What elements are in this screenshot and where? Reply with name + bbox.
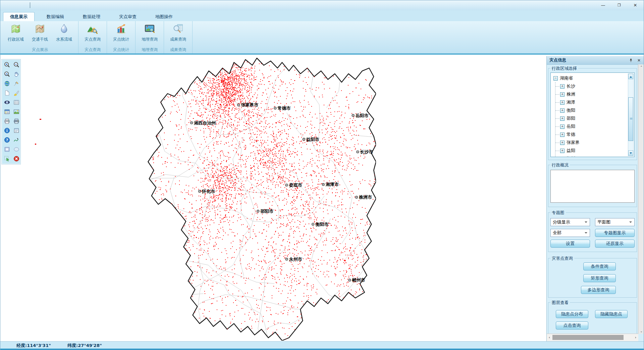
hazard-distribution-button[interactable]: 隐患点分布 [556,310,588,318]
expand-icon[interactable]: + [560,157,565,157]
expand-icon[interactable]: + [560,108,565,113]
tool-eye-icon[interactable] [3,98,11,106]
panel-horizontal-scrollbar[interactable]: ‹ › [547,334,638,341]
titlebar-caret [30,2,30,8]
tool-attribute-table-icon[interactable] [12,98,20,106]
pin-icon[interactable] [628,58,634,63]
svg-text:邵阳市: 邵阳市 [260,209,273,214]
panel-close-icon[interactable]: ✕ [636,58,642,63]
ribbon-button-label: 行政区域 [8,37,24,42]
level-display-select[interactable]: 分级显示 [550,218,590,226]
tool-full-extent-globe-icon[interactable] [3,80,11,88]
result-query-icon [172,23,184,35]
ribbon-button-geo-query[interactable]: 地理查询 [138,22,162,47]
tree-item[interactable]: +岳阳 [555,122,634,131]
rect-query-button[interactable]: 矩形查询 [583,274,616,282]
tool-help-icon[interactable]: ? [3,136,11,144]
tool-zoom-out-icon[interactable] [12,61,20,69]
expand-icon[interactable]: + [560,141,565,145]
hide-hazard-button[interactable]: 隐藏隐患点 [595,310,628,318]
tool-select-arrow-icon[interactable] [3,155,11,163]
expand-icon[interactable]: + [560,84,565,89]
tool-print-preview-icon[interactable] [12,117,20,125]
tree-item-label: 张家界 [567,140,580,146]
ribbon-button-disaster-query[interactable]: 灾点查询 [80,22,105,47]
hscroll-thumb[interactable] [552,335,624,340]
tab-4[interactable]: 灾点审查 [112,12,143,21]
stray-point [35,144,36,145]
panel-title: 灾点信息 [549,57,566,63]
tree-item[interactable]: +张家界 [555,139,634,147]
click-query-button[interactable]: 点击查询 [556,321,588,330]
expand-icon[interactable]: + [560,124,565,129]
tool-pan-hand-icon[interactable] [12,70,20,78]
tree-item[interactable]: +邵阳 [555,114,634,122]
scroll-up-icon[interactable]: ⌃ [638,64,644,70]
panel-vertical-scrollbar[interactable]: ⌃ ⌄ [638,64,644,334]
tree-item-root[interactable]: −湖南省 [553,74,634,82]
map-canvas[interactable]: 张家界市 常德市 岳阳市 湘西自治州 益阳市 长沙市 娄底市 湘潭市 怀化市 [0,56,546,341]
expand-icon[interactable]: + [560,149,565,153]
scroll-right-icon[interactable]: › [633,334,638,341]
hunan-province-map[interactable]: 张家界市 常德市 岳阳市 湘西自治州 益阳市 长沙市 娄底市 湘潭市 怀化市 [147,57,376,341]
tool-brush-icon[interactable] [12,89,20,97]
ribbon-group-label: 灾点查询 [80,47,105,53]
ribbon-button-admin-region-map[interactable]: 行政区域 [4,22,28,47]
condition-query-button[interactable]: 条件查询 [583,262,616,270]
tree-item-label: 衡阳 [567,107,575,113]
ribbon-button-traffic-map[interactable]: 交通干线 [28,22,52,47]
close-button[interactable]: ✕ [632,1,639,9]
tool-frame-icon[interactable] [3,145,11,153]
tool-document-window-icon[interactable] [12,127,20,135]
expand-icon[interactable]: + [560,100,565,105]
tab-1[interactable]: 信息展示 [3,12,35,21]
ribbon-button-result-query[interactable]: 成果查询 [166,22,190,47]
tree-item[interactable]: +长沙 [555,82,634,90]
tool-map-image-icon[interactable] [12,108,20,116]
maximize-button[interactable]: ❐ [615,1,623,9]
expand-icon[interactable]: + [560,133,565,137]
tool-ellipse-icon[interactable] [12,145,20,153]
restore-display-button[interactable]: 还原显示 [595,240,635,248]
tool-blank-page-icon[interactable] [3,89,11,97]
minimize-button[interactable]: — [599,1,607,9]
tree-item[interactable]: +常德 [555,131,634,139]
scope-select[interactable]: 全部 [550,229,590,237]
tree-item[interactable]: +衡阳 [555,106,634,114]
region-select-section: 行政区域选择 −湖南省 ▲ ▼ +长沙+株洲+湘潭+衡阳+邵阳+岳阳+常德+张家… [548,68,637,160]
status-bar: 经度:114°3'31" 纬度:27°49'28" [0,341,644,349]
region-tree[interactable]: −湖南省 ▲ ▼ +长沙+株洲+湘潭+衡阳+邵阳+岳阳+常德+张家界+益阳+郴州 [550,72,635,157]
collapse-icon[interactable]: − [553,76,558,81]
tool-zoom-extent-icon[interactable]: ± [3,70,11,78]
scroll-left-icon[interactable]: ‹ [547,334,552,341]
tree-item[interactable]: +湘潭 [555,98,634,106]
tool-zoom-in-icon[interactable] [3,61,11,69]
tab-5[interactable]: 地图操作 [149,12,179,21]
ribbon-button-disaster-stats[interactable]: 灾点统计 [109,22,133,47]
panel-body: 行政区域选择 −湖南省 ▲ ▼ +长沙+株洲+湘潭+衡阳+邵阳+岳阳+常德+张家… [548,66,637,334]
scroll-down-icon[interactable]: ⌄ [638,329,644,334]
tool-legend-window-icon[interactable] [3,108,11,116]
polygon-query-button[interactable]: 多边形查询 [581,286,616,294]
tool-measure-pencil-icon[interactable] [12,80,20,88]
tab-3[interactable]: 数据处理 [76,12,107,21]
ribbon-group-2: 灾点查询灾点查询 [78,21,107,53]
tool-sketch-line-icon[interactable] [12,136,20,144]
settings-button[interactable]: 设置 [550,240,590,248]
tree-item[interactable]: +株洲 [555,90,634,98]
expand-icon[interactable]: + [560,116,565,121]
map-type-select[interactable]: 平面图 [595,218,635,226]
longitude-readout: 经度:114°3'31" [16,343,51,349]
tree-item[interactable]: +益阳 [555,147,634,155]
ribbon-button-water-drop[interactable]: 水系流域 [52,22,76,47]
overview-textarea[interactable] [550,170,635,203]
tree-item[interactable]: +郴州 [555,155,634,157]
expand-icon[interactable]: + [560,92,565,97]
tab-2[interactable]: 数据编辑 [40,12,71,21]
ribbon-tab-bar: 信息展示数据编辑数据处理灾点审查地图操作 [0,10,644,21]
tool-info-icon[interactable] [3,127,11,135]
tool-delete-x-icon[interactable] [12,155,20,163]
tree-scroll-up-icon[interactable]: ▲ [628,74,633,79]
tool-printer-icon[interactable] [3,117,11,125]
show-thematic-button[interactable]: 专题图显示 [595,229,635,237]
